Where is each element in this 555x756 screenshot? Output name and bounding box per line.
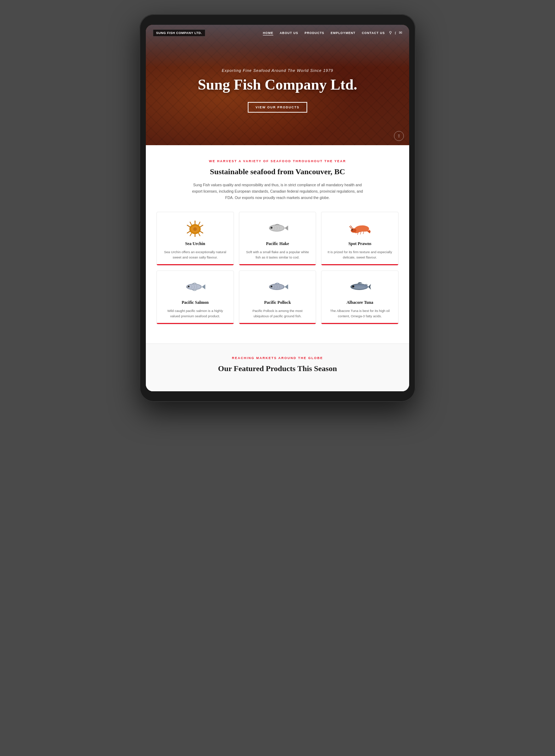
hero-cta-button[interactable]: VIEW OUR PRODUCTS (248, 102, 307, 113)
svg-point-34 (353, 286, 366, 289)
email-icon[interactable]: ✉ (399, 30, 402, 35)
svg-line-4 (187, 225, 190, 227)
main-content: WE HARVEST A VARIETY OF SEAFOOD THROUGHO… (146, 145, 409, 340)
nav-icons: ⚲ f ✉ (389, 30, 402, 35)
section-title-sustainable: Sustainable seafood from Vancouver, BC (156, 167, 399, 176)
featured-title: Our Featured Products This Season (156, 364, 399, 373)
scroll-up-button[interactable]: ⇧ (394, 131, 404, 141)
svg-line-6 (187, 231, 190, 233)
hake-icon (265, 219, 290, 237)
product-name-salmon: Pacific Salmon (162, 300, 228, 305)
tuna-icon (348, 278, 372, 296)
svg-line-7 (200, 231, 203, 233)
sea-urchin-icon (183, 219, 207, 237)
featured-section: REACHING MARKETS AROUND THE GLOBE Our Fe… (146, 343, 409, 391)
hero-title: Sung Fish Company Ltd. (198, 76, 357, 93)
product-name-pollock: Pacific Pollock (245, 300, 311, 305)
featured-tag: REACHING MARKETS AROUND THE GLOBE (156, 356, 399, 360)
search-icon[interactable]: ⚲ (389, 30, 392, 35)
facebook-icon[interactable]: f (395, 31, 396, 35)
hero-subtitle: Exporting Fine Seafood Around The World … (198, 68, 357, 73)
product-name-hake: Pacific Hake (245, 241, 311, 246)
product-desc-spot-prawns: It is prized for its firm texture and es… (327, 249, 393, 260)
pollock-icon (265, 278, 290, 296)
product-card-salmon[interactable]: Pacific Salmon Wild caught pacific salmo… (156, 271, 234, 324)
nav-products[interactable]: PRODUCTS (305, 31, 325, 35)
product-card-pacific-hake[interactable]: Pacific Hake Soft with a small flake and… (239, 212, 316, 266)
nav-about[interactable]: ABOUT US (280, 31, 298, 35)
hero-content: Exporting Fine Seafood Around The World … (198, 68, 357, 113)
product-desc-salmon: Wild caught pacific salmon is a highly v… (162, 308, 228, 319)
svg-line-11 (199, 233, 200, 236)
svg-line-8 (190, 222, 191, 225)
nav-contact[interactable]: CONTACT US (362, 31, 385, 35)
product-desc-tuna: The Albacore Tuna is best for its high o… (327, 308, 393, 319)
product-grid-row2: Pacific Salmon Wild caught pacific salmo… (156, 271, 399, 324)
salmon-icon (183, 278, 207, 296)
svg-line-22 (363, 231, 364, 234)
product-name-tuna: Albacore Tuna (327, 300, 393, 305)
svg-line-9 (199, 222, 200, 225)
hero-section: SUNG FISH COMPANY LTD. HOME ABOUT US PRO… (146, 25, 409, 145)
section-tag-harvest: WE HARVEST A VARIETY OF SEAFOOD THROUGHO… (156, 159, 399, 163)
product-desc-pollock: Pacific Pollock is among the most ubiqui… (245, 308, 311, 319)
tablet-screen: SUNG FISH COMPANY LTD. HOME ABOUT US PRO… (146, 25, 409, 391)
svg-line-5 (200, 225, 203, 227)
svg-point-36 (353, 286, 354, 287)
svg-line-38 (366, 284, 367, 285)
svg-line-21 (360, 232, 361, 234)
svg-point-27 (188, 286, 189, 287)
nav-logo[interactable]: SUNG FISH COMPANY LTD. (153, 29, 205, 36)
prawn-icon (348, 219, 372, 237)
svg-point-31 (271, 286, 272, 287)
svg-line-10 (190, 233, 191, 236)
nav-home[interactable]: HOME (263, 31, 274, 35)
product-card-sea-urchin[interactable]: Sea Urchin Sea Urchin offers an exceptio… (156, 212, 234, 266)
svg-point-16 (271, 227, 272, 228)
product-card-tuna[interactable]: Albacore Tuna The Albacore Tuna is best … (321, 271, 399, 324)
section-desc-about: Sung Fish values quality and responsibil… (189, 182, 366, 201)
product-name-sea-urchin: Sea Urchin (162, 241, 228, 246)
product-desc-sea-urchin: Sea Urchin offers an exceptionally natur… (162, 249, 228, 260)
product-desc-hake: Soft with a small flake and a popular wh… (245, 249, 311, 260)
product-card-spot-prawns[interactable]: Spot Prawns It is prized for its firm te… (321, 212, 399, 266)
product-card-pollock[interactable]: Pacific Pollock Pacific Pollock is among… (239, 271, 316, 324)
svg-point-23 (351, 229, 353, 231)
tablet-frame: SUNG FISH COMPANY LTD. HOME ABOUT US PRO… (139, 14, 416, 402)
svg-point-12 (193, 227, 197, 231)
product-name-spot-prawns: Spot Prawns (327, 241, 393, 246)
nav-employment[interactable]: EMPLOYMENT (331, 31, 355, 35)
navbar: SUNG FISH COMPANY LTD. HOME ABOUT US PRO… (146, 25, 409, 41)
product-grid: Sea Urchin Sea Urchin offers an exceptio… (156, 212, 399, 266)
nav-links: HOME ABOUT US PRODUCTS EMPLOYMENT CONTAC… (263, 31, 385, 35)
